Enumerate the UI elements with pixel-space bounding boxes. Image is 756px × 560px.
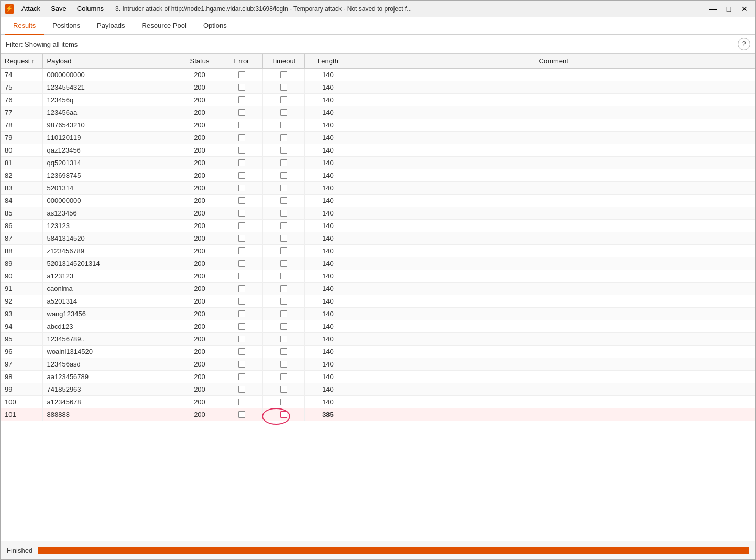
timeout-checkbox[interactable] bbox=[280, 235, 287, 242]
table-row[interactable]: 79110120119200140 bbox=[1, 132, 755, 144]
timeout-checkbox[interactable] bbox=[280, 96, 287, 103]
cell-error[interactable] bbox=[221, 182, 262, 195]
cell-timeout[interactable] bbox=[262, 81, 304, 94]
error-checkbox[interactable] bbox=[238, 247, 245, 254]
cell-timeout[interactable] bbox=[262, 333, 304, 346]
timeout-checkbox[interactable] bbox=[280, 147, 287, 154]
cell-timeout[interactable] bbox=[262, 106, 304, 119]
timeout-checkbox[interactable] bbox=[280, 310, 287, 317]
cell-timeout[interactable] bbox=[262, 182, 304, 195]
cell-timeout[interactable] bbox=[262, 358, 304, 371]
timeout-checkbox[interactable] bbox=[280, 210, 287, 217]
menu-columns[interactable]: Columns bbox=[73, 4, 108, 14]
cell-timeout[interactable] bbox=[262, 408, 304, 421]
tab-payloads[interactable]: Payloads bbox=[89, 17, 133, 35]
cell-timeout[interactable] bbox=[262, 207, 304, 220]
cell-error[interactable] bbox=[221, 207, 262, 220]
col-header-payload[interactable]: Payload bbox=[42, 54, 179, 69]
error-checkbox[interactable] bbox=[238, 122, 245, 128]
menu-attack[interactable]: Attack bbox=[17, 4, 45, 14]
table-row[interactable]: 835201314200140 bbox=[1, 182, 755, 195]
error-checkbox[interactable] bbox=[238, 336, 245, 342]
col-header-status[interactable]: Status bbox=[179, 54, 221, 69]
error-checkbox[interactable] bbox=[238, 310, 245, 317]
error-checkbox[interactable] bbox=[238, 222, 245, 229]
error-checkbox[interactable] bbox=[238, 172, 245, 179]
cell-timeout[interactable] bbox=[262, 283, 304, 295]
table-row[interactable]: 8952013145201314200140 bbox=[1, 257, 755, 270]
error-checkbox[interactable] bbox=[238, 399, 245, 405]
cell-timeout[interactable] bbox=[262, 94, 304, 106]
error-checkbox[interactable] bbox=[238, 386, 245, 393]
table-row[interactable]: 82123698745200140 bbox=[1, 169, 755, 182]
timeout-checkbox[interactable] bbox=[280, 386, 287, 393]
cell-error[interactable] bbox=[221, 346, 262, 358]
cell-timeout[interactable] bbox=[262, 270, 304, 283]
table-row[interactable]: 789876543210200140 bbox=[1, 119, 755, 132]
timeout-checkbox[interactable] bbox=[280, 172, 287, 179]
cell-timeout[interactable] bbox=[262, 346, 304, 358]
cell-error[interactable] bbox=[221, 169, 262, 182]
timeout-checkbox[interactable] bbox=[280, 399, 287, 405]
error-checkbox[interactable] bbox=[238, 197, 245, 204]
cell-error[interactable] bbox=[221, 94, 262, 106]
error-checkbox[interactable] bbox=[238, 109, 245, 116]
cell-timeout[interactable] bbox=[262, 157, 304, 169]
error-checkbox[interactable] bbox=[238, 285, 245, 292]
col-header-timeout[interactable]: Timeout bbox=[262, 54, 304, 69]
table-row[interactable]: 91caonima200140 bbox=[1, 283, 755, 295]
cell-timeout[interactable] bbox=[262, 320, 304, 333]
error-checkbox[interactable] bbox=[238, 361, 245, 368]
table-row[interactable]: 751234554321200140 bbox=[1, 81, 755, 94]
cell-timeout[interactable] bbox=[262, 144, 304, 157]
table-row[interactable]: 94abcd123200140 bbox=[1, 320, 755, 333]
cell-error[interactable] bbox=[221, 270, 262, 283]
cell-error[interactable] bbox=[221, 119, 262, 132]
table-row[interactable]: 85as123456200140 bbox=[1, 207, 755, 220]
table-row[interactable]: 740000000000200140 bbox=[1, 69, 755, 81]
table-row[interactable]: 97123456asd200140 bbox=[1, 358, 755, 371]
table-row[interactable]: 90a123123200140 bbox=[1, 270, 755, 283]
error-checkbox[interactable] bbox=[238, 185, 245, 191]
cell-error[interactable] bbox=[221, 396, 262, 408]
cell-timeout[interactable] bbox=[262, 195, 304, 207]
tab-options[interactable]: Options bbox=[195, 17, 235, 35]
table-row[interactable]: 101888888200385 bbox=[1, 408, 755, 421]
help-button[interactable]: ? bbox=[738, 38, 750, 50]
cell-error[interactable] bbox=[221, 320, 262, 333]
cell-timeout[interactable] bbox=[262, 220, 304, 232]
timeout-checkbox[interactable] bbox=[280, 285, 287, 292]
table-row[interactable]: 95123456789..200140 bbox=[1, 333, 755, 346]
timeout-checkbox[interactable] bbox=[280, 159, 287, 166]
cell-error[interactable] bbox=[221, 308, 262, 320]
timeout-checkbox[interactable] bbox=[280, 109, 287, 116]
cell-timeout[interactable] bbox=[262, 119, 304, 132]
error-checkbox[interactable] bbox=[238, 134, 245, 141]
timeout-checkbox[interactable] bbox=[280, 197, 287, 204]
error-checkbox[interactable] bbox=[238, 411, 245, 418]
error-checkbox[interactable] bbox=[238, 235, 245, 242]
error-checkbox[interactable] bbox=[238, 298, 245, 305]
cell-timeout[interactable] bbox=[262, 371, 304, 383]
timeout-checkbox[interactable] bbox=[280, 348, 287, 355]
timeout-checkbox[interactable] bbox=[280, 298, 287, 305]
col-header-request[interactable]: Request bbox=[1, 54, 42, 69]
table-row[interactable]: 80qaz123456200140 bbox=[1, 144, 755, 157]
col-header-comment[interactable]: Comment bbox=[352, 54, 755, 69]
table-row[interactable]: 84000000000200140 bbox=[1, 195, 755, 207]
table-row[interactable]: 96woaini1314520200140 bbox=[1, 346, 755, 358]
timeout-checkbox[interactable] bbox=[280, 361, 287, 368]
table-row[interactable]: 98aa123456789200140 bbox=[1, 371, 755, 383]
error-checkbox[interactable] bbox=[238, 348, 245, 355]
timeout-checkbox[interactable] bbox=[280, 71, 287, 78]
timeout-checkbox[interactable] bbox=[280, 273, 287, 279]
table-row[interactable]: 88z123456789200140 bbox=[1, 245, 755, 257]
cell-error[interactable] bbox=[221, 81, 262, 94]
timeout-checkbox[interactable] bbox=[280, 134, 287, 141]
cell-timeout[interactable] bbox=[262, 169, 304, 182]
table-row[interactable]: 76123456q200140 bbox=[1, 94, 755, 106]
timeout-checkbox[interactable] bbox=[280, 411, 287, 418]
cell-timeout[interactable] bbox=[262, 295, 304, 308]
cell-timeout[interactable] bbox=[262, 396, 304, 408]
table-row[interactable]: 77123456aa200140 bbox=[1, 106, 755, 119]
